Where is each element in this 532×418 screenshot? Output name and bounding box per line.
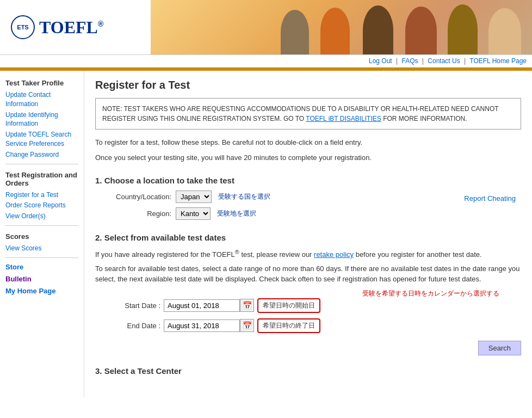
sidebar-item-register[interactable]: Register for a Test [5,190,78,200]
section1-row: 1. Choose a location to take the test Co… [95,167,521,224]
top-nav: Log Out | FAQs | Contact Us | TOEFL Home… [0,55,532,67]
report-cheating-link[interactable]: Report Cheating [464,194,516,202]
start-date-label: Start Date : [95,302,160,310]
sidebar: Test Taker Profile Update Contact Inform… [0,71,84,397]
date-instruction-1: If you have already registered for the T… [95,248,521,260]
region-label: Region: [95,210,171,218]
toefl-home-link[interactable]: TOEFL Home Page [469,57,527,65]
section1-heading: 1. Choose a location to take the test [95,176,464,185]
calendar-icon-2: 📅 [243,321,252,330]
country-hint: 受験する国を選択 [218,192,270,201]
sidebar-divider-3 [5,257,78,258]
sidebar-item-change-password[interactable]: Change Password [5,150,78,159]
intro-text-2: Once you select your testing site, you w… [95,152,521,163]
sidebar-item-store[interactable]: Store [5,262,78,272]
report-cheating-area: Report Cheating [464,167,521,202]
region-hint: 受験地を選択 [217,209,256,218]
section2: 2. Select from available test dates If y… [95,233,521,355]
ets-toefl-logo: ETS TOEFL® [11,15,103,39]
country-row: Country/Location: Japan 受験する国を選択 [95,190,464,203]
logo-area: ETS TOEFL® [0,10,151,45]
section3-heading: 3. Select a Test Center [95,366,521,376]
search-button-area: Search [95,339,521,355]
ets-circle: ETS [11,15,35,39]
sidebar-item-update-identifying[interactable]: Update Identifying Information [5,110,78,129]
end-date-calendar-button[interactable]: 📅 [240,319,254,332]
end-date-hint: 希望日時の終了日 [257,318,320,333]
faqs-link[interactable]: FAQs [402,57,418,65]
notice-box: NOTE: TEST TAKERS WHO ARE REQUESTING ACC… [95,98,521,130]
sidebar-item-order-scores[interactable]: Order Score Reports [5,201,78,210]
intro-text-1: To register for a test, follow these ste… [95,137,521,148]
country-select[interactable]: Japan [176,190,212,203]
sidebar-item-update-contact[interactable]: Update Contact Information [5,90,78,109]
notice-text-after: FOR MORE INFORMATION. [381,115,467,122]
country-label: Country/Location: [95,193,171,201]
ets-label: ETS [17,24,28,30]
toefl-label: TOEFL® [39,17,103,38]
date-instruction-2: To search for available test dates, sele… [95,263,521,285]
contact-us-link[interactable]: Contact Us [428,57,460,65]
calendar-hint-text: 受験を希望する日時をカレンダーから選択する [362,289,499,298]
sidebar-item-bulletin[interactable]: Bulletin [5,274,78,284]
start-date-row: Start Date : 📅 希望日時の開始日 [95,298,521,313]
sidebar-item-view-orders[interactable]: View Order(s) [5,212,78,221]
section1-left: 1. Choose a location to take the test Co… [95,167,464,224]
sidebar-divider-2 [5,225,78,226]
sidebar-item-home[interactable]: My Home Page [5,286,78,296]
sidebar-item-view-scores[interactable]: View Scores [5,244,78,253]
page-title: Register for a Test [95,79,521,91]
search-button[interactable]: Search [478,341,521,355]
calendar-hint-area: 受験を希望する日時をカレンダーから選択する [95,289,499,298]
region-select[interactable]: Kanto [176,207,211,220]
start-date-hint: 希望日時の開始日 [257,298,320,313]
start-date-calendar-button[interactable]: 📅 [240,299,254,312]
end-date-row: End Date : 📅 希望日時の終了日 [95,318,521,333]
main-content: Register for a Test NOTE: TEST TAKERS WH… [84,71,532,397]
start-date-input[interactable] [164,299,240,312]
section2-heading: 2. Select from available test dates [95,233,521,242]
sidebar-divider-1 [5,164,78,164]
end-date-label: End Date : [95,322,160,330]
sidebar-item-update-toefl[interactable]: Update TOEFL Search Service Preferences [5,130,78,149]
retake-policy-link[interactable]: retake policy [314,250,354,259]
calendar-icon: 📅 [243,301,252,310]
disabilities-link[interactable]: TOEFL iBT DISABILITIES [306,115,381,122]
scores-section-title: Scores [5,232,78,241]
header-banner [151,0,532,54]
region-row: Region: Kanto 受験地を選択 [95,207,464,220]
profile-section-title: Test Taker Profile [5,79,78,87]
registration-section-title: Test Registration and Orders [5,171,78,187]
logout-link[interactable]: Log Out [369,57,392,65]
end-date-input[interactable] [164,319,240,332]
